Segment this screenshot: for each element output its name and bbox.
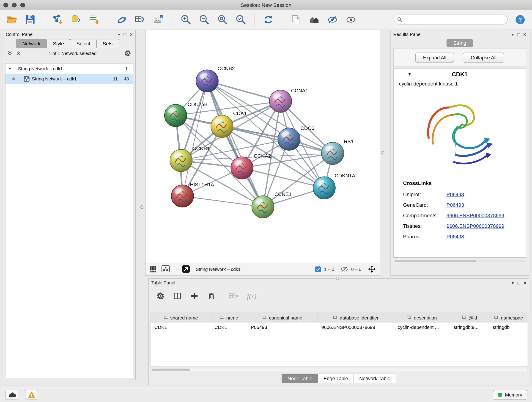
expand-all-chevrons-icon[interactable] <box>7 51 13 56</box>
zoom-out-button[interactable] <box>196 12 212 27</box>
open-session-button[interactable] <box>4 12 20 27</box>
network-node-CCNB2[interactable]: CCNB2 <box>196 65 235 92</box>
tab-string[interactable]: String <box>447 39 473 47</box>
network-edge[interactable] <box>207 81 263 207</box>
import-network-database-button[interactable] <box>68 12 84 27</box>
export-image-button[interactable] <box>151 12 166 27</box>
splitter-handle-bottom[interactable] <box>336 277 339 280</box>
collapse-panel-icon[interactable]: ▾ <box>512 32 514 37</box>
delete-column-trash-icon[interactable] <box>207 292 216 300</box>
expand-all-button[interactable]: Expand All <box>415 53 454 63</box>
pan-crosshair-icon[interactable] <box>367 265 376 274</box>
close-panel-icon[interactable]: × <box>130 32 133 37</box>
import-network-file-button[interactable] <box>50 12 65 27</box>
cloud-icon <box>7 391 17 398</box>
results-scrollbar[interactable] <box>394 260 526 262</box>
float-panel-icon[interactable]: □ <box>124 32 127 37</box>
close-window-button[interactable] <box>3 3 8 7</box>
splitter-handle-left[interactable] <box>140 205 144 209</box>
table-horizontal-scrollbar[interactable] <box>151 368 528 372</box>
refresh-network-button[interactable] <box>260 12 276 27</box>
network-node-CDC25B[interactable]: CDC25B <box>165 102 208 127</box>
gear-icon[interactable] <box>124 50 132 57</box>
network-node-CDC6[interactable]: CDC6 <box>278 125 314 150</box>
close-panel-icon[interactable]: × <box>523 32 526 37</box>
attach-table-button[interactable] <box>133 12 148 27</box>
show-columns-icon[interactable] <box>173 292 182 300</box>
tab-network[interactable]: Network <box>16 39 47 48</box>
collapse-all-button[interactable]: Collapse All <box>463 53 504 63</box>
network-graph[interactable]: CCNB2CCNA1CDC25BCDK1CDC6RB1CCNB1CCNA2CDK… <box>146 30 380 263</box>
tissues-link[interactable]: 9606.ENSP00000378699 <box>447 223 504 229</box>
collapse-all-chevrons-icon[interactable] <box>16 51 22 56</box>
network-canvas[interactable]: CCNB2CCNA1CDC25BCDK1CDC6RB1CCNB1CCNA2CDK… <box>146 30 380 263</box>
node-label: CDC6 <box>301 125 314 131</box>
network-node-HIST1H1A[interactable]: HIST1H1A <box>171 182 214 207</box>
uniprot-link[interactable]: P06493 <box>447 191 464 197</box>
tab-node-table[interactable]: Node Table <box>282 374 318 383</box>
compartments-link[interactable]: 9606.ENSP00000378699 <box>447 212 504 218</box>
column-header[interactable]: @id <box>450 313 489 322</box>
pharos-link[interactable]: P06493 <box>447 234 464 239</box>
network-collection-row[interactable]: ▾ String Network – cdk1 1 <box>6 64 133 74</box>
export-view-icon[interactable] <box>181 265 190 274</box>
network-node-CCNA1[interactable]: CCNA1 <box>269 88 308 112</box>
network-tree: ▾ String Network – cdk1 1 String Network… <box>5 63 133 378</box>
network-edge[interactable] <box>182 81 207 196</box>
column-header[interactable]: description <box>394 313 450 322</box>
network-collection-label: String Network – cdk1 <box>18 66 63 71</box>
titlebar: Session: New Session <box>0 0 532 10</box>
hide-selected-button[interactable] <box>325 12 340 27</box>
close-panel-icon[interactable]: × <box>523 280 526 286</box>
zoom-selected-button[interactable] <box>233 12 249 27</box>
column-header[interactable]: database identifier <box>318 313 394 322</box>
collapse-panel-icon[interactable]: ▾ <box>118 32 120 37</box>
import-table-file-button[interactable] <box>87 12 102 27</box>
tab-select[interactable]: Select <box>70 39 97 48</box>
tab-network-table[interactable]: Network Table <box>354 374 396 383</box>
float-panel-icon[interactable]: □ <box>517 32 520 37</box>
memory-button[interactable]: Memory <box>493 390 527 400</box>
question-icon: ? <box>515 14 526 25</box>
gene-expander-icon[interactable]: ▾ <box>409 71 411 76</box>
homes-button[interactable] <box>306 12 322 27</box>
eye-icon <box>345 14 356 25</box>
tab-sets[interactable]: Sets <box>96 39 119 48</box>
duplicate-page-button[interactable] <box>288 12 304 27</box>
zoom-fit-button[interactable] <box>215 12 230 27</box>
cloud-status-button[interactable] <box>6 390 18 400</box>
network-edge[interactable] <box>182 196 263 207</box>
column-header[interactable]: namespac <box>489 313 528 322</box>
search-input[interactable] <box>404 17 504 22</box>
birdseye-view-icon[interactable] <box>161 265 170 274</box>
warnings-button[interactable] <box>25 390 38 400</box>
table-row[interactable]: CDK1 CDK1 P06493 9606.ENSP00000378699 cy… <box>151 322 528 332</box>
tab-edge-table[interactable]: Edge Table <box>318 374 354 383</box>
grid-mode-icon[interactable] <box>149 265 157 274</box>
add-column-plus-icon[interactable] <box>190 292 199 300</box>
hidden-eye-slash-icon[interactable] <box>340 266 348 272</box>
apply-layout-button[interactable] <box>114 12 130 27</box>
network-node-CDK1[interactable]: CDK1 <box>211 110 247 137</box>
maximize-window-button[interactable] <box>20 3 25 7</box>
column-header[interactable]: name <box>211 313 247 322</box>
save-session-button[interactable] <box>22 12 38 27</box>
network-node-CDKN1A[interactable]: CDKN1A <box>313 173 355 199</box>
tree-expander-icon[interactable]: ▾ <box>9 66 11 71</box>
column-header[interactable]: shared name <box>151 313 211 322</box>
network-node-RB1[interactable]: RB1 <box>322 139 354 165</box>
selected-checkbox-icon[interactable] <box>315 266 321 272</box>
collapse-panel-icon[interactable]: ▾ <box>512 280 514 285</box>
column-header[interactable]: canonical name <box>247 313 318 322</box>
tab-style[interactable]: Style <box>46 39 70 48</box>
genecard-link[interactable]: P06493 <box>447 202 464 208</box>
zoom-in-button[interactable] <box>178 12 194 27</box>
splitter-handle-right[interactable] <box>381 151 385 154</box>
network-row[interactable]: String Network – cdk1 11 48 <box>6 74 133 84</box>
show-all-button[interactable] <box>343 12 359 27</box>
memory-status-dot <box>498 393 502 397</box>
help-button[interactable]: ? <box>512 12 528 27</box>
table-settings-gear-icon[interactable] <box>156 292 165 300</box>
minimize-window-button[interactable] <box>12 3 17 7</box>
float-panel-icon[interactable]: □ <box>517 280 520 285</box>
